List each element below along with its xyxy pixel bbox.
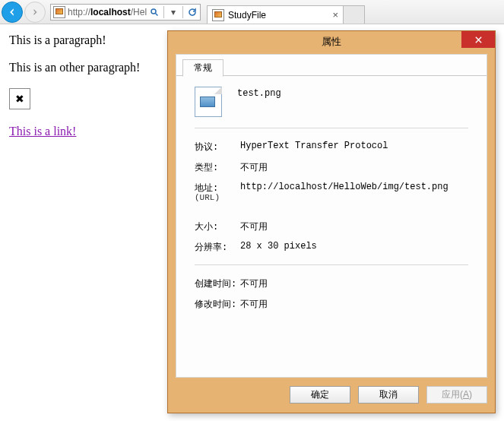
dialog-close-button[interactable] bbox=[461, 31, 495, 48]
dialog-button-row: 确定 取消 应用(A) bbox=[176, 382, 487, 407]
tab-strip: StudyFile × bbox=[207, 0, 365, 24]
separator bbox=[163, 6, 164, 18]
dialog-title: 属性 bbox=[322, 35, 341, 49]
value-resolution: 28 x 30 pixels bbox=[240, 241, 468, 252]
dialog-tabstrip: 常规 bbox=[176, 55, 487, 76]
label-address: 地址: (URL) bbox=[195, 182, 240, 202]
nav-back-button[interactable] bbox=[2, 2, 23, 23]
label-type: 类型: bbox=[195, 161, 240, 174]
dropdown-icon[interactable]: ▾ bbox=[168, 5, 179, 19]
refresh-icon[interactable] bbox=[187, 5, 198, 19]
new-tab-button[interactable] bbox=[344, 5, 365, 24]
properties-panel: test.png 协议: HyperText Transfer Protocol… bbox=[176, 76, 487, 324]
arrow-left-icon bbox=[7, 7, 17, 17]
page-link[interactable]: This is a link! bbox=[9, 125, 76, 138]
label-modified: 修改时间: bbox=[195, 298, 240, 311]
page-icon bbox=[212, 9, 224, 21]
close-icon bbox=[474, 36, 483, 44]
nav-forward-button[interactable] bbox=[24, 2, 46, 23]
url-text: http://localhost/HelloWe bbox=[68, 7, 147, 17]
value-created: 不可用 bbox=[240, 277, 468, 290]
file-type-icon bbox=[195, 87, 222, 117]
value-modified: 不可用 bbox=[240, 298, 468, 311]
tab-studyfile[interactable]: StudyFile × bbox=[207, 5, 344, 24]
ok-button[interactable]: 确定 bbox=[290, 386, 350, 404]
value-address: http://localhost/HelloWeb/img/test.png bbox=[240, 182, 468, 192]
separator bbox=[182, 6, 183, 18]
divider bbox=[195, 128, 468, 128]
value-type: 不可用 bbox=[240, 161, 468, 174]
address-bar[interactable]: http://localhost/HelloWe ▾ bbox=[50, 4, 201, 21]
svg-point-0 bbox=[151, 9, 156, 14]
tab-title: StudyFile bbox=[228, 10, 266, 21]
label-size: 大小: bbox=[195, 220, 240, 233]
broken-image-icon[interactable]: ✖ bbox=[9, 88, 30, 109]
search-icon[interactable] bbox=[149, 5, 160, 19]
dialog-titlebar[interactable]: 属性 bbox=[168, 31, 495, 52]
svg-line-1 bbox=[155, 13, 157, 15]
label-protocol: 协议: bbox=[195, 141, 240, 154]
value-size: 不可用 bbox=[240, 220, 468, 233]
file-name: test.png bbox=[237, 87, 468, 99]
label-resolution: 分辨率: bbox=[195, 241, 240, 254]
browser-toolbar: http://localhost/HelloWe ▾ StudyFile × bbox=[0, 0, 504, 24]
arrow-right-icon bbox=[30, 8, 40, 17]
dialog-body: 常规 test.png 协议: HyperText Transfer Proto… bbox=[176, 54, 487, 378]
properties-dialog: 属性 常规 test.png 协议: HyperText Transfer Pr… bbox=[167, 30, 496, 413]
page-icon bbox=[53, 6, 65, 18]
tab-general[interactable]: 常规 bbox=[182, 59, 223, 77]
divider bbox=[195, 264, 468, 265]
apply-button: 应用(A) bbox=[426, 386, 487, 404]
value-protocol: HyperText Transfer Protocol bbox=[240, 141, 468, 151]
label-created: 创建时间: bbox=[195, 277, 240, 290]
tab-close-icon[interactable]: × bbox=[332, 10, 338, 20]
cancel-button[interactable]: 取消 bbox=[358, 386, 419, 404]
